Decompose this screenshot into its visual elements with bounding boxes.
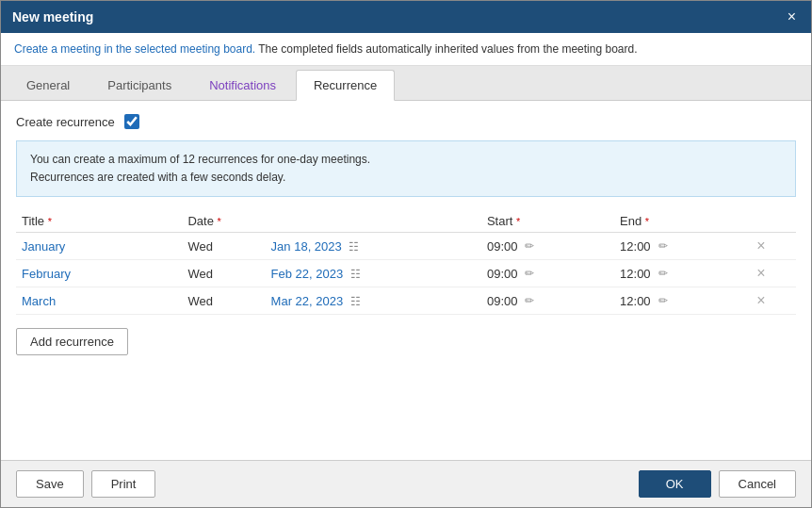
row-end-1: 12:00 ✏	[614, 260, 747, 287]
end-edit-icon-0[interactable]: ✏	[658, 239, 668, 253]
end-time-value-0: 12:00	[620, 239, 651, 254]
table-row: February Wed Feb 22, 2023 ☷ 09:00 ✏ 12:0…	[16, 260, 796, 287]
create-recurrence-checkbox[interactable]	[124, 114, 139, 129]
save-button[interactable]: Save	[16, 470, 84, 498]
row-start-0: 09:00 ✏	[481, 233, 614, 260]
subtitle: Create a meeting in the selected meeting…	[1, 33, 811, 66]
start-time-value-1: 09:00	[487, 267, 518, 281]
row-day-2: Wed	[182, 287, 265, 315]
title-bar: New meeting ×	[1, 1, 811, 33]
row-remove-2[interactable]: ×	[747, 287, 796, 315]
create-recurrence-label: Create recurrence	[16, 115, 115, 129]
table-row: January Wed Jan 18, 2023 ☷ 09:00 ✏ 12:00…	[16, 233, 796, 260]
info-box: You can create a maximum of 12 recurrenc…	[16, 140, 796, 197]
table-row: March Wed Mar 22, 2023 ☷ 09:00 ✏ 12:00 ✏…	[16, 287, 796, 315]
col-header-date: Date *	[182, 210, 481, 233]
footer: Save Print OK Cancel	[1, 460, 811, 507]
remove-icon-1[interactable]: ×	[753, 265, 769, 281]
end-time-value-1: 12:00	[620, 267, 651, 281]
main-content: Create recurrence You can create a maxim…	[1, 101, 811, 460]
remove-icon-2[interactable]: ×	[753, 292, 769, 308]
start-edit-icon-1[interactable]: ✏	[525, 267, 534, 280]
subtitle-black: The completed fields automatically inher…	[258, 42, 637, 56]
start-edit-icon-0[interactable]: ✏	[525, 239, 534, 253]
footer-right-buttons: OK Cancel	[639, 470, 796, 498]
ok-button[interactable]: OK	[639, 470, 711, 498]
tabs-bar: General Participants Notifications Recur…	[1, 66, 811, 101]
row-title-0[interactable]: January	[16, 233, 182, 260]
tab-recurrence[interactable]: Recurrence	[296, 70, 395, 101]
row-date-2: Mar 22, 2023 ☷	[266, 287, 481, 315]
tab-general[interactable]: General	[8, 70, 88, 100]
row-remove-1[interactable]: ×	[747, 260, 796, 287]
row-title-1[interactable]: February	[16, 260, 182, 287]
info-line2: Recurrences are created with a few secon…	[30, 169, 782, 187]
row-title-2[interactable]: March	[16, 287, 182, 315]
tab-participants[interactable]: Participants	[89, 70, 189, 100]
start-time-value-2: 09:00	[487, 294, 518, 308]
create-recurrence-row: Create recurrence	[16, 114, 796, 129]
calendar-icon-1[interactable]: ☷	[350, 268, 361, 281]
recurrence-table: Title * Date * Start * End *	[16, 210, 796, 315]
row-end-2: 12:00 ✏	[614, 287, 747, 315]
col-header-end: End *	[614, 210, 747, 233]
close-button[interactable]: ×	[784, 8, 800, 25]
print-button[interactable]: Print	[91, 470, 156, 498]
footer-left-buttons: Save Print	[16, 470, 155, 498]
row-end-0: 12:00 ✏	[614, 233, 747, 260]
row-start-2: 09:00 ✏	[481, 287, 614, 315]
dialog-title: New meeting	[12, 9, 93, 25]
cancel-button[interactable]: Cancel	[719, 470, 796, 498]
start-time-value-0: 09:00	[487, 239, 518, 254]
end-time-value-2: 12:00	[620, 294, 651, 308]
start-edit-icon-2[interactable]: ✏	[525, 294, 534, 307]
info-line1: You can create a maximum of 12 recurrenc…	[30, 151, 782, 169]
row-day-1: Wed	[182, 260, 265, 287]
end-edit-icon-2[interactable]: ✏	[658, 294, 668, 307]
row-date-0: Jan 18, 2023 ☷	[266, 233, 481, 260]
end-edit-icon-1[interactable]: ✏	[658, 267, 668, 280]
row-start-1: 09:00 ✏	[481, 260, 614, 287]
col-header-title: Title *	[16, 210, 182, 233]
calendar-icon-2[interactable]: ☷	[350, 295, 361, 308]
row-remove-0[interactable]: ×	[747, 233, 796, 260]
new-meeting-dialog: New meeting × Create a meeting in the se…	[0, 0, 812, 508]
row-date-1: Feb 22, 2023 ☷	[266, 260, 481, 287]
col-header-start: Start *	[481, 210, 614, 233]
subtitle-blue: Create a meeting in the selected meeting…	[14, 42, 255, 56]
add-recurrence-button[interactable]: Add recurrence	[16, 328, 128, 355]
remove-icon-0[interactable]: ×	[753, 238, 769, 254]
tab-notifications[interactable]: Notifications	[191, 70, 294, 100]
row-day-0: Wed	[182, 233, 265, 260]
calendar-icon-0[interactable]: ☷	[349, 240, 359, 254]
